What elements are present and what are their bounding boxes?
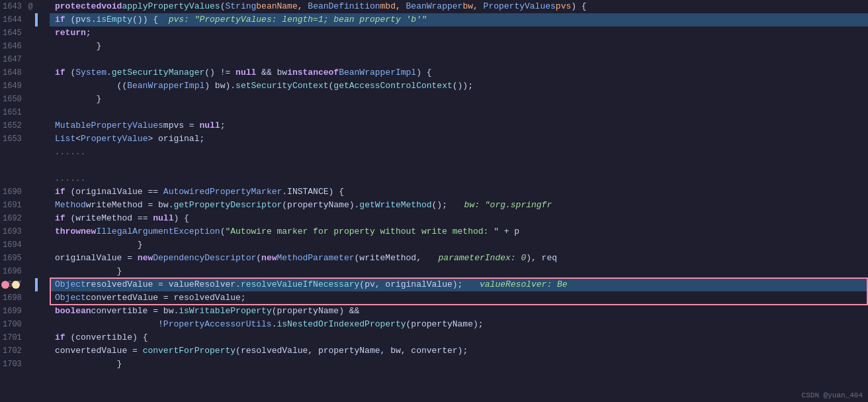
gutter-row: 1647 <box>0 53 50 66</box>
code-line: throw new IllegalArgumentException("Auto… <box>50 225 868 238</box>
gutter-row: 1643@ <box>0 0 50 13</box>
git-gutter <box>35 265 38 278</box>
line-number: 1650 <box>3 95 26 104</box>
line-number: 1690 <box>3 187 26 197</box>
gutter-row: 1648 <box>0 66 50 79</box>
git-gutter <box>35 132 38 146</box>
line-number: 1649 <box>3 81 26 91</box>
gutter-row: 1699 <box>0 305 50 318</box>
gutter-row: 1692 <box>0 212 50 225</box>
git-gutter <box>35 172 38 185</box>
line-number: 1694 <box>3 240 26 250</box>
gutter-row: 1697 <box>0 278 50 291</box>
gutter-row <box>0 172 50 185</box>
git-gutter <box>35 305 38 318</box>
git-gutter <box>35 212 38 225</box>
line-number: 1647 <box>3 55 26 64</box>
git-gutter <box>35 344 38 358</box>
code-line <box>50 106 868 119</box>
gutter-row: 1645 <box>0 26 50 40</box>
warning-icon <box>12 281 20 289</box>
code-line: if (writeMethod == null) { <box>50 212 868 225</box>
code-line: ...... <box>50 172 868 185</box>
code-line: return; <box>50 26 868 40</box>
code-line: protected void applyPropertyValues(Strin… <box>50 0 868 13</box>
git-gutter <box>35 358 38 371</box>
git-gutter <box>35 291 38 305</box>
gutter-row: 1696 <box>0 265 50 278</box>
code-line: Method writeMethod = bw.getPropertyDescr… <box>50 199 868 212</box>
at-marker: @ <box>26 2 35 11</box>
code-line <box>50 159 868 172</box>
gutter-row: 1703 <box>0 358 50 371</box>
code-line: ...... <box>50 146 868 159</box>
code-line <box>50 53 868 66</box>
gutter-row: 1653 <box>0 132 50 146</box>
line-number: 1653 <box>3 134 26 144</box>
content-area: protected void applyPropertyValues(Strin… <box>50 0 868 402</box>
git-gutter <box>35 106 38 119</box>
gutter-row: 1701 <box>0 331 50 344</box>
gutter-row: 1702 <box>0 344 50 358</box>
code-line: if (originalValue == AutowiredPropertyMa… <box>50 185 868 199</box>
line-number: 1696 <box>3 267 26 276</box>
git-gutter <box>35 185 38 199</box>
git-gutter <box>35 252 38 265</box>
code-line: } <box>50 93 868 106</box>
line-number: 1646 <box>3 42 26 51</box>
git-gutter <box>35 13 38 26</box>
code-line: ((BeanWrapperImpl) bw).setSecurityContex… <box>50 79 868 93</box>
line-number: 1692 <box>3 214 26 223</box>
line-number: 1644 <box>3 15 26 25</box>
code-line: convertedValue = convertForProperty(reso… <box>50 344 868 358</box>
gutter-row: 1691 <box>0 199 50 212</box>
code-line: MutablePropertyValues mpvs = null; <box>50 119 868 132</box>
code-line: List<PropertyValue> original; <box>50 132 868 146</box>
git-gutter <box>35 278 38 291</box>
line-number: 1702 <box>3 346 26 356</box>
line-number: 1700 <box>3 320 26 329</box>
gutter-row: 1694 <box>0 238 50 252</box>
line-number: 1693 <box>3 227 26 236</box>
git-gutter <box>35 331 38 344</box>
git-gutter <box>35 238 38 252</box>
git-gutter <box>35 146 38 159</box>
line-number: 1643 <box>3 2 26 11</box>
git-gutter <box>35 119 38 132</box>
gutter-row: 1698 <box>0 291 50 305</box>
git-gutter <box>35 199 38 212</box>
code-line: if (pvs.isEmpty()) { pvs: "PropertyValue… <box>50 13 868 26</box>
git-gutter <box>35 26 38 40</box>
gutter-row: 1649 <box>0 79 50 93</box>
line-number: 1691 <box>3 201 26 210</box>
code-line: Object resolvedValue = valueResolver.res… <box>50 278 868 291</box>
git-gutter <box>35 0 38 13</box>
gutter-row: 1690 <box>0 185 50 199</box>
gutter-row: 1651 <box>0 106 50 119</box>
code-line: Object convertedValue = resolvedValue; <box>50 291 868 305</box>
code-line: } <box>50 40 868 53</box>
line-number: 1652 <box>3 121 26 130</box>
gutter-row <box>0 159 50 172</box>
code-line: } <box>50 358 868 371</box>
line-number: 1698 <box>3 293 26 303</box>
gutter-row: 1695 <box>0 252 50 265</box>
gutter-row <box>0 146 50 159</box>
code-editor: 1643@16441645164616471648164916501651165… <box>0 0 868 402</box>
gutter-row: 1693 <box>0 225 50 238</box>
gutter-row: 1644 <box>0 13 50 26</box>
line-number: 1645 <box>3 28 26 38</box>
code-line: !PropertyAccessorUtils.isNestedOrIndexed… <box>50 318 868 331</box>
gutter-row: 1700 <box>0 318 50 331</box>
gutter-row: 1652 <box>0 119 50 132</box>
gutter-row: 1650 <box>0 93 50 106</box>
watermark: CSDN @yuan_404 <box>802 391 863 399</box>
gutter-row: 1646 <box>0 40 50 53</box>
code-line: } <box>50 265 868 278</box>
line-number: 1699 <box>3 307 26 316</box>
git-gutter <box>35 93 38 106</box>
code-line: if (convertible) { <box>50 331 868 344</box>
code-line: boolean convertible = bw.isWritablePrope… <box>50 305 868 318</box>
line-number: 1703 <box>3 360 26 369</box>
git-gutter <box>35 159 38 172</box>
